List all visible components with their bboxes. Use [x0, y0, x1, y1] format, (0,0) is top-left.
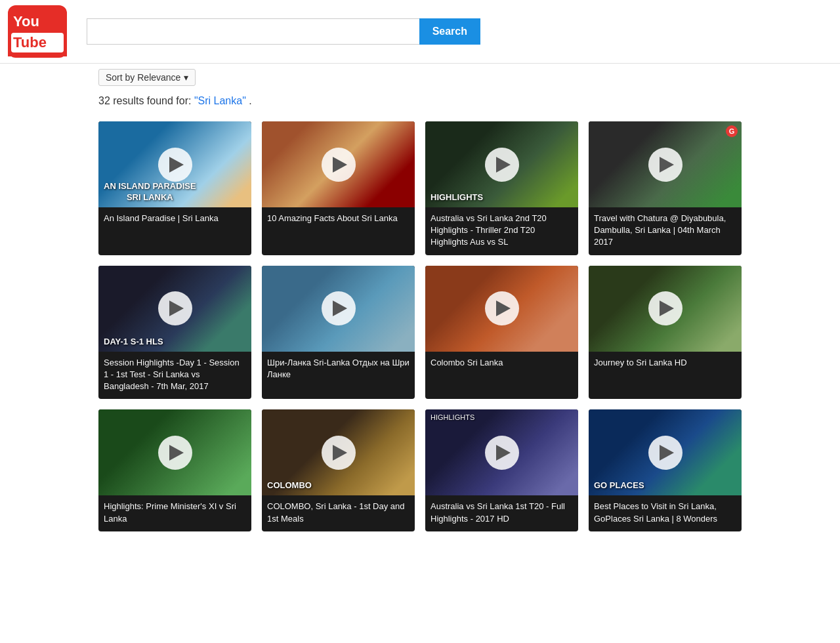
play-icon[interactable] — [158, 436, 192, 470]
play-triangle-icon — [660, 157, 674, 173]
video-card[interactable]: GTravel with Chatura @ Diyabubula, Dambu… — [589, 121, 742, 255]
video-card[interactable]: Highlights: Prime Minister's XI v Sri La… — [98, 409, 251, 531]
svg-text:Tube: Tube — [13, 34, 47, 51]
video-title: Australia vs Sri Lanka 1st T20 - Full Hi… — [425, 495, 578, 531]
play-triangle-icon — [496, 157, 511, 173]
play-icon[interactable] — [485, 148, 519, 182]
results-summary: 32 results found for: "Sri Lanka" . — [0, 91, 840, 115]
results-count: 32 — [98, 95, 110, 106]
video-title: Best Places to Visit in Sri Lanka, GoPla… — [589, 495, 742, 531]
video-title: Travel with Chatura @ Diyabubula, Dambul… — [589, 207, 742, 255]
chevron-down-icon: ▾ — [184, 72, 188, 83]
video-card[interactable]: GO PLACESBest Places to Visit in Sri Lan… — [589, 409, 742, 531]
video-title: Journey to Sri Lanka HD — [589, 352, 742, 375]
search-bar: Sri Lanka Search — [87, 18, 480, 45]
video-card[interactable]: 10 Amazing Facts About Sri Lanka — [262, 121, 415, 255]
video-card[interactable]: HIGHLIGHTSAustralia vs Sri Lanka 2nd T20… — [425, 121, 578, 255]
svg-text:You: You — [13, 13, 39, 30]
video-title: An Island Paradise | Sri Lanka — [98, 207, 251, 231]
play-triangle-icon — [333, 301, 347, 316]
thumb-overlay-text: DAY-1 S-1 HLS — [104, 337, 163, 348]
video-title: Highlights: Prime Minister's XI v Sri La… — [98, 495, 251, 531]
play-icon[interactable] — [322, 291, 356, 325]
results-prefix: results found for: — [113, 95, 191, 106]
thumb-overlay-text: COLOMBO — [267, 480, 312, 491]
search-button[interactable]: Search — [419, 18, 480, 45]
video-card[interactable]: COLOMBOCOLOMBO, Sri Lanka - 1st Day and … — [262, 409, 415, 531]
video-grid: AN ISLAND PARADISE SRI LANKAAn Island Pa… — [0, 115, 840, 551]
thumb-overlay-text: AN ISLAND PARADISE SRI LANKA — [104, 181, 196, 203]
sort-bar: Sort by Relevance ▾ — [0, 64, 840, 91]
play-triangle-icon — [333, 157, 347, 173]
badge-g: G — [726, 125, 738, 137]
play-triangle-icon — [496, 445, 511, 461]
video-card[interactable]: AN ISLAND PARADISE SRI LANKAAn Island Pa… — [98, 121, 251, 255]
play-icon[interactable] — [648, 291, 682, 325]
video-card[interactable]: Шри-Ланка Sri-Lanka Отдых на Шри Ланке — [262, 266, 415, 400]
video-title: Australia vs Sri Lanka 2nd T20 Highlight… — [425, 207, 578, 255]
youtube-logo[interactable]: You Tube — [8, 5, 80, 58]
sort-label: Sort by Relevance — [106, 72, 180, 83]
search-input[interactable]: Sri Lanka — [87, 18, 419, 45]
sort-dropdown[interactable]: Sort by Relevance ▾ — [98, 69, 196, 86]
play-icon[interactable] — [485, 291, 519, 325]
video-card[interactable]: DAY-1 S-1 HLSSession Highlights -Day 1 -… — [98, 266, 251, 400]
video-card[interactable]: Colombo Sri Lanka — [425, 266, 578, 400]
thumb-top-text: HIGHLIGHTS — [430, 413, 474, 421]
results-query: "Sri Lanka" — [194, 95, 246, 106]
video-title: Шри-Ланка Sri-Lanka Отдых на Шри Ланке — [262, 352, 415, 387]
play-triangle-icon — [169, 157, 184, 173]
play-icon[interactable] — [158, 148, 192, 182]
play-icon[interactable] — [322, 436, 356, 470]
thumb-overlay-text: HIGHLIGHTS — [430, 192, 483, 203]
play-icon[interactable] — [648, 148, 682, 182]
play-triangle-icon — [496, 301, 511, 316]
video-title: Colombo Sri Lanka — [425, 352, 578, 375]
play-triangle-icon — [660, 445, 674, 461]
video-title: Session Highlights -Day 1 - Session 1 - … — [98, 352, 251, 400]
play-triangle-icon — [169, 301, 184, 316]
play-icon[interactable] — [158, 291, 192, 325]
video-title: COLOMBO, Sri Lanka - 1st Day and 1st Mea… — [262, 495, 415, 531]
results-suffix: . — [249, 95, 251, 106]
play-icon[interactable] — [322, 148, 356, 182]
play-triangle-icon — [333, 445, 347, 461]
thumb-overlay-text: GO PLACES — [594, 480, 644, 491]
video-card[interactable]: HIGHLIGHTSAustralia vs Sri Lanka 1st T20… — [425, 409, 578, 531]
play-triangle-icon — [660, 301, 674, 316]
header: You Tube Sri Lanka Search — [0, 0, 840, 64]
video-card[interactable]: Journey to Sri Lanka HD — [589, 266, 742, 400]
play-icon[interactable] — [485, 436, 519, 470]
play-triangle-icon — [169, 445, 184, 461]
play-icon[interactable] — [648, 436, 682, 470]
video-title: 10 Amazing Facts About Sri Lanka — [262, 207, 415, 231]
